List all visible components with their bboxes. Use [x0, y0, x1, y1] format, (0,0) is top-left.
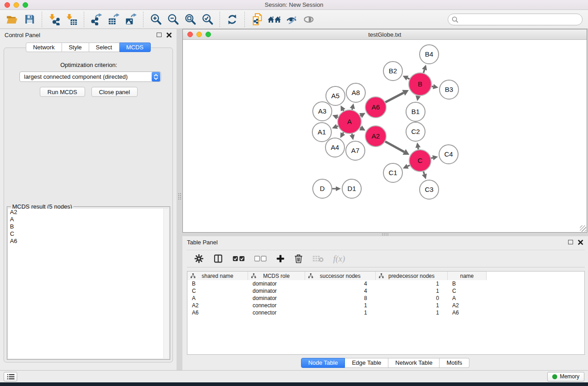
tab-network[interactable]: Network — [26, 43, 62, 52]
column-header-successor-nodes[interactable]: successor nodes — [305, 272, 376, 280]
node-A5[interactable]: A5 — [326, 86, 345, 105]
tab-network-table[interactable]: Network Table — [388, 358, 440, 368]
edge-A-A7[interactable] — [349, 133, 354, 140]
close-panel-icon[interactable] — [578, 239, 583, 245]
add-column-button[interactable] — [276, 252, 285, 266]
edge-A6-B[interactable] — [385, 90, 409, 102]
node-D[interactable]: D — [313, 179, 332, 198]
edge-C-C2[interactable] — [416, 143, 421, 150]
edge-B-B2[interactable] — [403, 76, 410, 80]
delete-column-button[interactable] — [294, 252, 303, 266]
window-resize-grip[interactable] — [580, 225, 586, 232]
float-panel-icon[interactable] — [157, 33, 162, 37]
edge-A-A1[interactable] — [332, 124, 338, 129]
node-B2[interactable]: B2 — [383, 62, 402, 81]
table-row[interactable]: Cdominator41C — [187, 287, 584, 295]
show-columns-button[interactable] — [213, 252, 223, 266]
node-C4[interactable]: C4 — [439, 145, 458, 164]
column-header-name[interactable]: name — [448, 272, 487, 280]
column-header-shared-name[interactable]: shared name — [187, 272, 248, 280]
table-row[interactable]: A2connector11A2 — [187, 302, 584, 309]
node-D1[interactable]: D1 — [342, 179, 361, 198]
node-B3[interactable]: B3 — [440, 80, 459, 99]
result-list-scrollbar[interactable] — [163, 209, 169, 358]
edge-A-A3[interactable] — [332, 114, 338, 119]
mcds-result-item[interactable]: A6 — [8, 238, 163, 245]
refresh-view-button[interactable] — [225, 12, 239, 27]
task-history-button[interactable] — [4, 372, 17, 381]
node-A2[interactable]: A2 — [365, 126, 386, 147]
search-input[interactable] — [448, 14, 583, 25]
mcds-result-item[interactable]: C — [8, 230, 163, 238]
node-B1[interactable]: B1 — [406, 102, 425, 121]
tab-mcds[interactable]: MCDS — [120, 43, 151, 52]
edge-B-B3[interactable] — [432, 84, 439, 89]
criterion-select[interactable]: largest connected component (directed) — [19, 71, 161, 82]
edge-C-C3[interactable] — [422, 172, 427, 179]
delete-table-button[interactable] — [312, 252, 324, 266]
node-C2[interactable]: C2 — [406, 122, 425, 141]
show-graphics-details-button[interactable] — [302, 12, 316, 27]
select-all-columns-button[interactable] — [233, 252, 245, 266]
edge-D-D1[interactable] — [332, 186, 341, 191]
node-A[interactable]: A — [338, 110, 361, 133]
export-image-button[interactable] — [124, 12, 138, 27]
tab-edge-table[interactable]: Edge Table — [345, 358, 388, 368]
zoom-out-button[interactable] — [166, 12, 180, 27]
node-B[interactable]: B — [409, 73, 431, 95]
split-handle[interactable] — [382, 233, 389, 236]
node-A4[interactable]: A4 — [325, 138, 344, 157]
tab-node-table[interactable]: Node Table — [301, 358, 345, 368]
close-panel-button[interactable]: Close panel — [91, 87, 138, 97]
mcds-result-item[interactable]: A — [8, 216, 163, 223]
split-handle[interactable] — [178, 193, 181, 200]
zoom-fit-button[interactable] — [183, 12, 197, 27]
tab-select[interactable]: Select — [89, 43, 120, 52]
edge-B-B1[interactable] — [416, 95, 421, 101]
run-mcds-button[interactable]: Run MCDS — [40, 87, 85, 97]
node-A3[interactable]: A3 — [313, 102, 332, 121]
table-row[interactable]: Adominator80A — [187, 295, 584, 302]
table-row[interactable]: Bdominator41B — [187, 280, 584, 287]
tab-motifs[interactable]: Motifs — [440, 358, 469, 368]
import-table-button[interactable] — [65, 12, 78, 27]
column-header-MCDS-role[interactable]: MCDS role — [248, 272, 305, 280]
edge-C-C1[interactable] — [403, 164, 410, 168]
home-button[interactable] — [268, 12, 281, 27]
tab-style[interactable]: Style — [62, 43, 89, 52]
memory-button[interactable]: Memory — [547, 372, 584, 381]
vertical-split-divider[interactable] — [177, 29, 182, 370]
export-network-button[interactable] — [90, 12, 103, 27]
table-options-gear-button[interactable] — [194, 252, 204, 266]
deselect-all-columns-button[interactable] — [254, 252, 267, 266]
edge-C-C4[interactable] — [431, 155, 438, 160]
close-panel-icon[interactable] — [166, 32, 172, 38]
mcds-result-item[interactable]: A2 — [8, 209, 163, 216]
float-panel-icon[interactable] — [568, 240, 573, 244]
document-network-button[interactable] — [250, 12, 264, 27]
node-C[interactable]: C — [409, 150, 431, 172]
edge-A-A5[interactable] — [340, 105, 345, 111]
zoom-selected-button[interactable] — [201, 12, 214, 27]
edge-A-A8[interactable] — [350, 103, 355, 110]
node-A8[interactable]: A8 — [346, 83, 365, 102]
open-session-button[interactable] — [5, 12, 19, 27]
node-A7[interactable]: A7 — [346, 141, 365, 160]
import-network-button[interactable] — [48, 12, 61, 27]
save-session-button[interactable] — [23, 12, 36, 27]
mcds-result-item[interactable]: B — [8, 223, 163, 230]
edge-A2-C[interactable] — [385, 142, 409, 155]
node-A1[interactable]: A1 — [312, 123, 331, 142]
horizontal-split-divider[interactable] — [182, 233, 588, 236]
export-table-button[interactable] — [107, 12, 120, 27]
hide-graphics-details-button[interactable] — [285, 12, 298, 27]
edge-B-B4[interactable] — [422, 65, 427, 73]
zoom-in-button[interactable] — [149, 12, 163, 27]
node-C3[interactable]: C3 — [420, 180, 439, 199]
node-B4[interactable]: B4 — [420, 45, 439, 64]
edge-A-A4[interactable] — [340, 132, 345, 138]
table-row[interactable]: A6connector11A6 — [187, 309, 584, 316]
node-A6[interactable]: A6 — [365, 97, 386, 118]
node-C1[interactable]: C1 — [383, 163, 402, 182]
column-header-predecessor-nodes[interactable]: predecessor nodes — [376, 272, 448, 280]
